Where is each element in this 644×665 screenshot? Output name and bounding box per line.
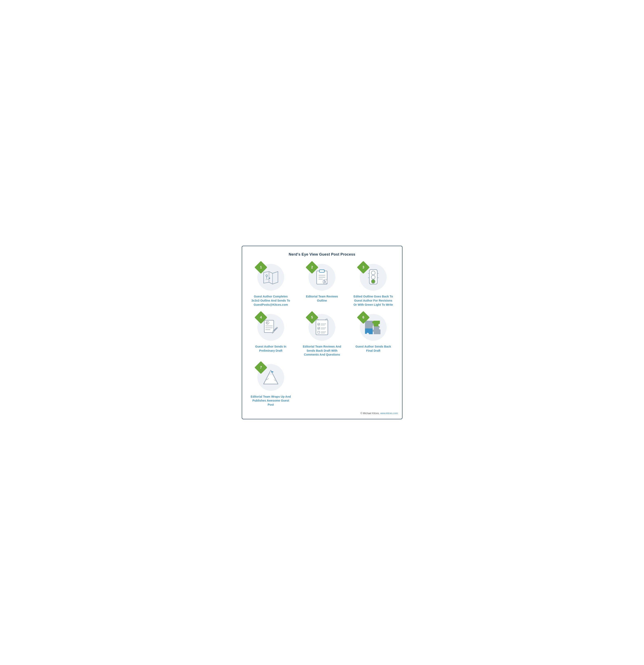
svg-point-33 (267, 322, 268, 323)
svg-text:×: × (266, 274, 267, 276)
process-card: Nerd's Eye View Guest Post Process 1 × G… (242, 246, 403, 419)
svg-point-21 (371, 280, 375, 283)
step-number-6: 6 (363, 316, 364, 319)
footer: © Michael Kitces, www.kitces.com (246, 412, 398, 415)
copyright-text: © Michael Kitces, (360, 412, 380, 415)
step-3: 3 Edited Outline Goes Back To Guest Auth… (349, 263, 398, 307)
footer-link[interactable]: www.kitces.com (380, 412, 398, 415)
step-icon-wrap-7: 7 (256, 363, 285, 392)
step-7: 7 Editorial Team Wraps Up And Publishes … (246, 363, 295, 407)
step-number-7: 7 (260, 366, 262, 369)
step-label-7: Editorial Team Wraps Up And Publishes Aw… (250, 395, 291, 407)
step-label-6: Guest Author Sends Back Final Draft (353, 345, 394, 353)
step-icon-wrap-1: 1 × (256, 263, 285, 292)
step-label-1: Guest Author Completes 3x3x3 Outline And… (250, 294, 291, 307)
svg-point-7 (269, 278, 270, 279)
step-2: 2 Editorial Team Reviews Outline (297, 263, 347, 307)
step-icon-wrap-3: 3 (359, 263, 388, 292)
svg-marker-0 (264, 271, 278, 284)
step-6: 6 Guest Author Sends Back Final Draft (349, 313, 398, 357)
step-number-5: 5 (311, 316, 313, 319)
step-label-3: Edited Outline Goes Back To Guest Author… (353, 294, 394, 307)
step-number-1: 1 (260, 266, 262, 269)
step-label-2: Editorial Team Reviews Outline (301, 294, 343, 303)
svg-rect-10 (319, 270, 324, 272)
step-icon-wrap-6: 6 (359, 313, 388, 342)
step-number-3: 3 (363, 266, 364, 269)
step-icon-wrap-2: 2 (308, 263, 336, 292)
step-icon-wrap-5: 5 (308, 313, 336, 342)
step-label-5: Editorial Team Reviews And Sends Back Dr… (301, 345, 343, 357)
svg-point-15 (324, 280, 325, 281)
step-number-2: 2 (311, 266, 313, 269)
steps-grid: 1 × Guest Author Completes 3x3x3 Outline… (246, 263, 398, 407)
step-label-4: Guest Author Sends In Preliminary Draft (250, 345, 291, 353)
step-4: 4 Guest Author Sends In Preliminary Draf… (246, 313, 295, 357)
page-title: Nerd's Eye View Guest Post Process (246, 252, 398, 256)
step-5: 5 Editorial Team Reviews And Sends Back … (297, 313, 347, 357)
step-icon-wrap-4: 4 (256, 313, 285, 342)
step-number-4: 4 (260, 316, 262, 319)
step-1: 1 × Guest Author Completes 3x3x3 Outline… (246, 263, 295, 307)
